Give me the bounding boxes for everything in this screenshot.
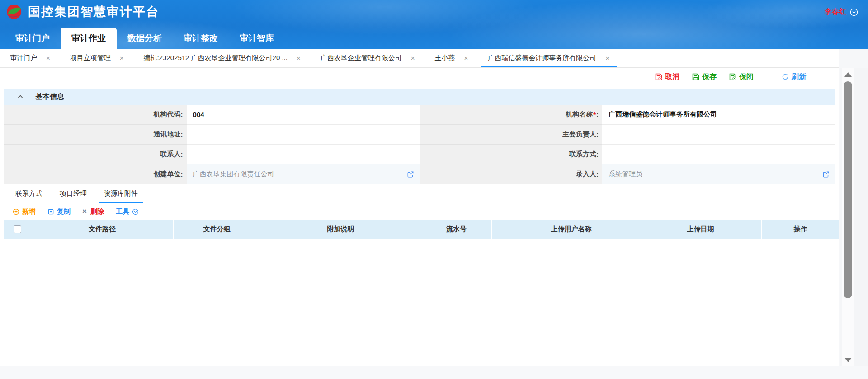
address-input[interactable]: [187, 125, 420, 144]
basic-info-form: 机构代码: 机构名称*: 通讯地址:: [4, 105, 835, 184]
close-icon[interactable]: ×: [120, 55, 124, 61]
label-colon: :: [596, 150, 599, 158]
tab-contact-method[interactable]: 联系方式: [10, 184, 48, 203]
save-close-button[interactable]: 保闭: [729, 72, 754, 82]
doc-tab-project-approval[interactable]: 项目立项管理 ×: [63, 49, 131, 67]
field-org-code: 机构代码:: [4, 105, 420, 125]
nav-item-data-analysis[interactable]: 数据分析: [117, 28, 173, 49]
label-colon: :: [596, 131, 599, 138]
cancel-label: 取消: [665, 72, 679, 82]
vertical-scrollbar: [840, 68, 868, 366]
user-menu[interactable]: 李春红: [825, 7, 858, 17]
column-header-serial[interactable]: 流水号: [421, 220, 491, 239]
org-name-input[interactable]: [602, 105, 835, 124]
label-text: 主要负责人: [562, 130, 596, 139]
scroll-up-arrow-icon[interactable]: [844, 72, 852, 77]
field-contact-person: 联系人:: [4, 145, 420, 164]
attachment-table-header: 文件路径 文件分组 附加说明 流水号 上传用户名称 上传日期 操作: [4, 220, 839, 239]
scrollbar-thumb[interactable]: [844, 81, 852, 298]
doc-tab-label: 编辑:ZJ202512 广西农垦企业管理有限公司20 ...: [144, 54, 288, 62]
select-all-checkbox[interactable]: [14, 225, 21, 233]
external-link-icon[interactable]: [407, 171, 414, 178]
field-label: 主要负责人:: [420, 125, 603, 145]
delete-button[interactable]: × 删除: [82, 207, 104, 216]
field-label: 机构名称*:: [420, 105, 603, 125]
copy-icon: [47, 208, 54, 215]
nav-item-label: 审计智库: [240, 33, 274, 44]
close-icon[interactable]: ×: [46, 55, 50, 61]
column-header-note[interactable]: 附加说明: [260, 220, 421, 239]
chevron-down-circle-icon[interactable]: [850, 8, 858, 16]
app-title: 国控集团智慧审计平台: [28, 4, 159, 20]
label-colon: :: [181, 150, 183, 158]
label-text: 联系人: [160, 150, 181, 159]
close-icon[interactable]: ×: [411, 55, 415, 61]
delete-label: 删除: [90, 207, 104, 216]
save-button[interactable]: 保存: [692, 72, 717, 82]
label-colon: :: [181, 131, 183, 138]
doc-tab-ruixin-accounting[interactable]: 广西瑞信盛德会计师事务所有限公司 ×: [481, 49, 617, 67]
column-header-actions[interactable]: 操作: [761, 220, 839, 239]
close-icon[interactable]: ×: [297, 55, 301, 61]
tab-project-manager[interactable]: 项目经理: [54, 184, 92, 203]
field-value-cell: [187, 105, 420, 125]
cancel-button[interactable]: 取消: [655, 72, 679, 82]
label-colon: :: [181, 111, 183, 118]
select-all-cell: [4, 220, 31, 239]
doc-tab-wang-xiaoyan[interactable]: 王小燕 ×: [427, 49, 475, 67]
copy-button[interactable]: 复制: [47, 207, 71, 216]
external-link-icon[interactable]: [822, 171, 830, 178]
floppy-circle-icon: [729, 73, 736, 80]
tools-label: 工具: [116, 207, 129, 216]
field-value-cell: [602, 145, 835, 164]
add-button[interactable]: 新增: [13, 207, 36, 216]
nav-item-audit-rectification[interactable]: 审计整改: [173, 28, 229, 49]
chevron-up-icon[interactable]: [17, 94, 24, 99]
attachment-table-body: [0, 239, 839, 366]
doc-tab-label: 王小燕: [434, 54, 455, 62]
label-colon: :: [596, 111, 599, 118]
org-code-input[interactable]: [187, 105, 420, 124]
field-org-name: 机构名称*:: [420, 105, 835, 125]
nav-item-label: 数据分析: [127, 33, 162, 44]
nav-item-audit-portal[interactable]: 审计门户: [5, 28, 61, 49]
column-header-file-path[interactable]: 文件路径: [31, 220, 173, 239]
close-icon[interactable]: ×: [605, 55, 609, 61]
refresh-button[interactable]: 刷新: [782, 72, 806, 82]
tools-dropdown-button[interactable]: 工具: [116, 207, 139, 216]
doc-tab-label: 广西瑞信盛德会计师事务所有限公司: [488, 54, 596, 62]
tab-label: 联系方式: [15, 189, 42, 198]
page: 国控集团智慧审计平台 李春红 审计门户 审计作业 数据分析 审计整改 审计智库 …: [0, 0, 868, 379]
doc-tab-edit-zj202512[interactable]: 编辑:ZJ202512 广西农垦企业管理有限公司20 ... ×: [137, 49, 308, 67]
floppy-x-icon: [655, 73, 662, 80]
floppy-icon: [692, 73, 699, 80]
close-icon[interactable]: ×: [464, 55, 468, 61]
nav-item-label: 审计门户: [15, 33, 50, 44]
column-header-upload-user[interactable]: 上传用户名称: [491, 220, 651, 239]
column-header-upload-date[interactable]: 上传日期: [651, 220, 750, 239]
principal-input[interactable]: [602, 125, 835, 144]
add-label: 新增: [22, 207, 36, 216]
scroll-down-arrow-icon[interactable]: [844, 358, 852, 362]
create-unit-field[interactable]: 广西农垦集团有限责任公司: [187, 164, 420, 184]
field-value-cell: [602, 105, 835, 125]
scrollbar-track[interactable]: [842, 68, 854, 366]
field-entry-person: 录入人: 系统管理员: [420, 164, 835, 184]
label-text: 通讯地址: [154, 130, 181, 139]
contact-person-input[interactable]: [187, 145, 420, 164]
nav-item-audit-library[interactable]: 审计智库: [229, 28, 285, 49]
column-header-file-group[interactable]: 文件分组: [173, 220, 260, 239]
doc-tab-nongken-company[interactable]: 广西农垦企业管理有限公司 ×: [313, 49, 422, 67]
field-value-cell: [602, 125, 835, 145]
field-value-cell: [187, 125, 420, 145]
label-colon: :: [596, 170, 599, 178]
field-value-cell: [187, 145, 420, 164]
entry-person-field[interactable]: 系统管理员: [602, 164, 835, 184]
nav-item-audit-work[interactable]: 审计作业: [61, 28, 117, 49]
label-text: 机构代码: [154, 110, 181, 119]
doc-tab-audit-portal[interactable]: 审计门户 ×: [3, 49, 57, 67]
tab-resource-attachments[interactable]: 资源库附件: [99, 184, 143, 203]
label-text: 录入人: [576, 170, 596, 178]
contact-method-input[interactable]: [602, 145, 835, 164]
basic-info-section-header[interactable]: 基本信息: [4, 89, 835, 105]
